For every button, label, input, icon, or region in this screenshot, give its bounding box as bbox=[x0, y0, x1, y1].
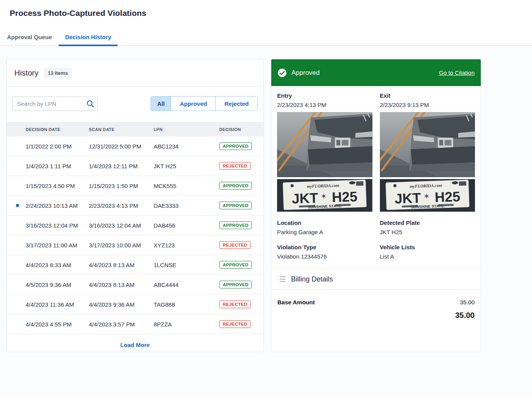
cell-lpn: DAE3333 bbox=[154, 202, 219, 209]
cell-lpn: DAB456 bbox=[154, 222, 219, 229]
cell-decision-date: 1/1/2022 2:00 PM bbox=[26, 143, 89, 150]
cell-lpn: 8PZZA bbox=[154, 321, 219, 328]
filter-all-button[interactable]: All bbox=[151, 97, 171, 110]
decision-filter-group: All Approved Rejected bbox=[151, 96, 258, 111]
violation-type-label: Violation Type bbox=[277, 244, 373, 250]
violation-type-field: Violation Type Violation 12344576 bbox=[277, 244, 373, 260]
detected-plate-label: Detected Plate bbox=[380, 219, 475, 226]
search-icon[interactable] bbox=[86, 100, 94, 108]
cell-scan-date: 2/23/2023 4:13 PM bbox=[89, 202, 154, 209]
col-lpn: LPN bbox=[154, 127, 219, 132]
filter-approved-button[interactable]: Approved bbox=[171, 97, 215, 110]
decision-badge: APPROVED bbox=[219, 261, 252, 269]
cell-decision-date: 4/4/2023 8:33 AM bbox=[26, 262, 89, 268]
cell-decision-date: 3/16/2023 12:04 PM bbox=[26, 222, 89, 229]
billing-details-title: Billing Details bbox=[291, 275, 333, 283]
decision-badge: REJECTED bbox=[219, 320, 251, 328]
table-row[interactable]: 3/16/2023 12:04 PM 3/16/2023 12:04 AM DA… bbox=[7, 216, 263, 235]
cell-lpn: TAG888 bbox=[154, 301, 219, 308]
list-icon bbox=[277, 276, 286, 283]
cell-scan-date: 3/16/2023 12:04 AM bbox=[89, 222, 154, 229]
vehicle-lists-label: Vehicle Lists bbox=[380, 244, 475, 250]
entry-column: Entry 2/23/2023 4:13 PM bbox=[277, 92, 373, 212]
decision-badge: APPROVED bbox=[219, 221, 252, 229]
cell-scan-date: 4/4/2023 9:36 AM bbox=[89, 301, 154, 308]
history-title: History bbox=[14, 69, 38, 78]
cell-lpn: ABC4444 bbox=[154, 281, 219, 288]
table-row[interactable]: 3/17/2023 11:00 AM 3/17/2023 10:00 AM XY… bbox=[7, 235, 263, 255]
decision-badge: APPROVED bbox=[219, 142, 252, 150]
location-label: Location bbox=[277, 219, 373, 226]
vehicle-lists-field: Vehicle Lists List A bbox=[380, 244, 475, 260]
cell-lpn: XYZ123 bbox=[154, 242, 219, 249]
exit-plate-photo: myFLORIDA.com ✶ JKT H25 SUNSHINE STATE. bbox=[380, 179, 475, 212]
exit-column: Exit 2/23/2023 9:13 PM bbox=[380, 92, 475, 212]
status-label: Approved bbox=[291, 69, 434, 77]
col-decision-date: DECISION DATE bbox=[26, 127, 89, 132]
history-header: History 13 Items bbox=[7, 59, 263, 87]
cell-scan-date: 1/15/2023 1:50 PM bbox=[89, 183, 154, 189]
cell-scan-date: 12/31/2022 5:00 PM bbox=[89, 143, 154, 150]
decision-badge: APPROVED bbox=[219, 281, 252, 288]
page-title: Process Photo-Captured Violations bbox=[10, 9, 146, 18]
table-row[interactable]: 4/4/2023 11:36 AM 4/4/2023 9:36 AM TAG88… bbox=[7, 295, 263, 314]
cell-decision-date: 1/4/2023 1:11 PM bbox=[26, 163, 89, 169]
table-header: DECISION DATE SCAN DATE LPN DECISION bbox=[7, 122, 263, 136]
location-value: Parking Garage A bbox=[277, 229, 373, 235]
decision-badge: APPROVED bbox=[219, 182, 252, 190]
cell-lpn: 1LCNSE bbox=[154, 262, 219, 268]
table-row[interactable]: 1/15/2023 4:50 PM 1/15/2023 1:50 PM MCK5… bbox=[7, 176, 263, 196]
cell-scan-date: 4/4/2023 3:57 PM bbox=[89, 321, 154, 328]
col-scan-date: SCAN DATE bbox=[89, 127, 154, 132]
decision-badge: REJECTED bbox=[219, 300, 251, 308]
table-row[interactable]: 4/5/2023 9:36 AM 4/4/2023 8:13 AM ABC444… bbox=[7, 275, 263, 295]
vehicle-lists-value: List A bbox=[380, 253, 475, 260]
history-table-body: 1/1/2022 2:00 PM 12/31/2022 5:00 PM ABC1… bbox=[7, 136, 263, 334]
decision-badge: APPROVED bbox=[219, 202, 252, 209]
exit-time: 2/23/2023 9:13 PM bbox=[380, 102, 475, 108]
entry-vehicle-photo bbox=[277, 112, 373, 177]
page: Process Photo-Captured Violations Approv… bbox=[0, 0, 532, 397]
history-panel: History 13 Items All Approved Rejected D… bbox=[6, 59, 264, 352]
cell-scan-date: 3/17/2023 10:00 AM bbox=[89, 242, 154, 249]
base-amount-label: Base Amount bbox=[277, 299, 315, 306]
search-box bbox=[12, 97, 98, 111]
go-to-citation-link[interactable]: Go to Citation bbox=[439, 69, 475, 76]
col-decision: DECISION bbox=[219, 127, 263, 132]
decision-badge: REJECTED bbox=[219, 241, 251, 249]
cell-scan-date: 4/4/2023 8:13 AM bbox=[89, 281, 154, 288]
table-row[interactable]: 2/24/2023 10:13 AM 2/23/2023 4:13 PM DAE… bbox=[7, 196, 263, 216]
items-count-badge: 13 Items bbox=[44, 68, 72, 78]
billing-details-header: Billing Details bbox=[271, 269, 481, 290]
cell-lpn: MCK555 bbox=[154, 183, 219, 189]
cell-lpn: ABC1234 bbox=[154, 143, 219, 150]
cell-scan-date: 1/4/2023 12:11 PM bbox=[89, 163, 154, 169]
tab-bar: Approval Queue Decision History bbox=[0, 31, 532, 46]
detail-body: Entry 2/23/2023 4:13 PM bbox=[271, 86, 481, 268]
selected-row-indicator-dot bbox=[16, 204, 19, 207]
tab-approval-queue[interactable]: Approval Queue bbox=[0, 34, 59, 45]
detected-plate-value: JKT H25 bbox=[380, 229, 475, 235]
entry-time: 2/23/2023 4:13 PM bbox=[277, 102, 373, 108]
cell-decision-date: 1/15/2023 4:50 PM bbox=[26, 183, 89, 189]
tab-decision-history[interactable]: Decision History bbox=[59, 34, 118, 45]
table-row[interactable]: 1/4/2023 1:11 PM 1/4/2023 12:11 PM JKT H… bbox=[7, 156, 263, 176]
load-more-button[interactable]: Load More bbox=[7, 334, 263, 356]
cell-decision-date: 3/17/2023 11:00 AM bbox=[26, 242, 89, 249]
exit-vehicle-photo bbox=[380, 112, 475, 177]
billing-body: Base Amount 35.00 35.00 bbox=[271, 290, 481, 352]
table-row[interactable]: 1/1/2022 2:00 PM 12/31/2022 5:00 PM ABC1… bbox=[7, 136, 263, 156]
violation-type-value: Violation 12344576 bbox=[277, 253, 373, 260]
search-input[interactable] bbox=[12, 97, 98, 111]
table-row[interactable]: 4/4/2023 4:55 PM 4/4/2023 3:57 PM 8PZZA … bbox=[7, 314, 263, 334]
base-amount-value: 35.00 bbox=[460, 299, 475, 306]
cell-lpn: JKT H25 bbox=[154, 163, 219, 169]
entry-plate-photo: myFLORIDA.com ✶ JKT H25 SUNSHINE STATE. bbox=[277, 179, 373, 212]
location-field: Location Parking Garage A bbox=[277, 219, 373, 235]
filter-rejected-button[interactable]: Rejected bbox=[215, 97, 257, 110]
status-header: Approved Go to Citation bbox=[271, 59, 481, 86]
cell-decision-date: 4/4/2023 11:36 AM bbox=[26, 301, 89, 308]
cell-decision-date: 2/24/2023 10:13 AM bbox=[26, 202, 89, 209]
cell-decision-date: 4/4/2023 4:55 PM bbox=[26, 321, 89, 328]
table-row[interactable]: 4/4/2023 8:33 AM 4/4/2023 8:13 AM 1LCNSE… bbox=[7, 255, 263, 275]
